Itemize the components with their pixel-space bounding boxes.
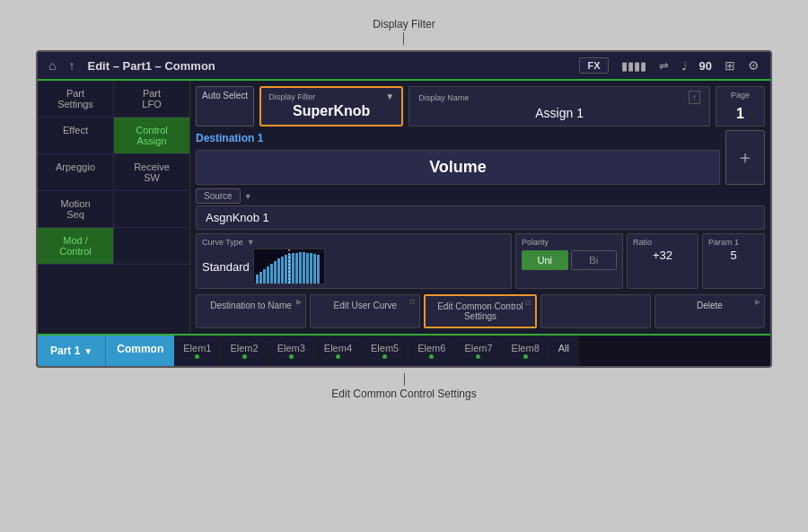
annotation-display-filter: Display Filter [373, 18, 435, 45]
auto-select-button[interactable]: Auto Select [196, 86, 254, 126]
fx-button[interactable]: FX [579, 57, 608, 74]
svg-rect-19 [317, 255, 320, 283]
tab-all[interactable]: All [549, 336, 579, 366]
edit-common-control-settings-button[interactable]: ⊡ Edit Common Control Settings [424, 294, 536, 328]
sidebar-row-mod: Mod /Control [38, 228, 189, 265]
sidebar-item-motion-seq[interactable]: MotionSeq [38, 191, 114, 227]
sidebar-item-part-settings[interactable]: PartSettings [38, 81, 114, 117]
elem6-dot [429, 354, 434, 359]
delete-button[interactable]: ▶ Delete [654, 294, 765, 328]
sidebar-row-arpeggio: Arpeggio ReceiveSW [38, 154, 189, 191]
tab-part1[interactable]: Part 1 ▼ [38, 336, 106, 366]
left-sidebar: PartSettings PartLFO Effect ControlAssig… [38, 81, 190, 334]
sidebar-row-effect: Effect ControlAssign [38, 118, 189, 154]
tab-elem7[interactable]: Elem7 [455, 336, 502, 366]
tab-elem6[interactable]: Elem6 [408, 336, 455, 366]
annotation-edit-common: Edit Common Control Settings [331, 373, 476, 400]
elem3-dot [289, 354, 294, 359]
polarity-uni-button[interactable]: Uni [522, 250, 568, 270]
elem4-dot [336, 354, 340, 359]
page-box: Page 1 [716, 86, 765, 126]
polarity-bi-button[interactable]: Bi [571, 250, 618, 270]
tab-elem5[interactable]: Elem5 [362, 336, 408, 366]
tab-elem2[interactable]: Elem2 [221, 336, 268, 366]
source-value[interactable]: AsgnKnob 1 [196, 205, 765, 230]
destination-value[interactable]: Volume [196, 150, 720, 185]
elem8-dot [523, 354, 528, 359]
display-filter-dropdown[interactable]: ▼ [385, 92, 394, 101]
param1-box: Param 1 5 [702, 233, 765, 289]
display-name-icon[interactable]: ↑ [689, 91, 700, 104]
curve-type-label: Curve Type [202, 238, 243, 247]
display-name-box: Display Name ↑ Assign 1 [408, 86, 710, 126]
back-icon[interactable]: ↑ [68, 58, 75, 73]
gear-icon[interactable]: ⚙ [748, 58, 760, 73]
tab-bar: Part 1 ▼ Common Elem1 Elem2 Elem3 Elem4 … [38, 334, 770, 366]
sidebar-item-empty [114, 228, 189, 264]
param1-value[interactable]: 5 [708, 249, 759, 262]
tab-elem1[interactable]: Elem1 [174, 336, 221, 366]
sidebar-item-arpeggio[interactable]: Arpeggio [38, 154, 114, 190]
polarity-label: Polarity [522, 238, 617, 247]
svg-rect-17 [310, 253, 312, 283]
params-row: Curve Type ▼ Standard [196, 233, 765, 289]
tab-elem3[interactable]: Elem3 [268, 336, 315, 366]
edit-user-curve-button[interactable]: ⊡ Edit User Curve [310, 294, 420, 328]
usb-icon: ⇌ [659, 59, 669, 73]
device-frame: ⌂ ↑ Edit – Part1 – Common FX ▮▮▮▮ ⇌ ♩ 90… [36, 50, 772, 368]
sidebar-item-part-lfo[interactable]: PartLFO [114, 81, 189, 117]
display-name-value: Assign 1 [418, 104, 700, 122]
ratio-label: Ratio [633, 238, 692, 247]
main-layout: PartSettings PartLFO Effect ControlAssig… [38, 81, 770, 334]
sidebar-item-hod-control[interactable] [114, 191, 189, 227]
curve-dropdown-icon[interactable]: ▼ [247, 238, 255, 247]
grid-icon[interactable]: ⊞ [725, 58, 735, 73]
top-controls: Auto Select Display Filter ▼ SuperKnob D… [196, 86, 765, 126]
destination-label: Destination 1 [196, 130, 720, 146]
sidebar-item-control-assign[interactable]: ControlAssign [114, 118, 189, 153]
display-filter-box[interactable]: Display Filter ▼ SuperKnob [259, 86, 403, 126]
svg-rect-6 [270, 264, 273, 283]
svg-rect-3 [259, 272, 262, 283]
edit-curve-icon: ⊡ [409, 298, 416, 306]
tab-elem8[interactable]: Elem8 [503, 336, 549, 366]
elem1-dot [195, 354, 199, 359]
svg-rect-15 [303, 252, 305, 283]
elem5-dot [382, 354, 387, 359]
svg-rect-7 [274, 261, 277, 283]
source-section: Source ▼ AsgnKnob 1 [196, 188, 765, 230]
svg-rect-9 [281, 257, 284, 283]
svg-rect-10 [285, 255, 287, 283]
polarity-box: Polarity Uni Bi [515, 233, 623, 289]
bars-icon: ▮▮▮▮ [621, 59, 646, 73]
page-title: Edit – Part1 – Common [87, 59, 566, 73]
top-bar: ⌂ ↑ Edit – Part1 – Common FX ▮▮▮▮ ⇌ ♩ 90… [38, 52, 770, 81]
empty-button [540, 294, 651, 328]
delete-icon: ▶ [755, 298, 760, 306]
sidebar-item-receive-sw[interactable]: ReceiveSW [114, 154, 189, 190]
dest-left: Destination 1 Volume [196, 130, 720, 185]
source-dropdown-icon[interactable]: ▼ [244, 192, 252, 201]
svg-rect-16 [306, 253, 309, 283]
svg-rect-5 [267, 266, 269, 283]
sidebar-item-effect[interactable]: Effect [38, 118, 114, 153]
svg-rect-4 [263, 269, 266, 283]
bottom-buttons: ▶ Destination to Name ⊡ Edit User Curve … [196, 294, 765, 328]
home-icon[interactable]: ⌂ [48, 58, 56, 73]
param1-label: Param 1 [708, 238, 759, 247]
source-label[interactable]: Source [196, 188, 241, 204]
sidebar-item-mod-control[interactable]: Mod /Control [38, 228, 114, 264]
svg-rect-2 [256, 275, 259, 283]
content-area: Auto Select Display Filter ▼ SuperKnob D… [190, 81, 770, 334]
ratio-box: Ratio +32 [627, 233, 698, 289]
add-button[interactable]: ＋ [725, 130, 765, 185]
elem2-dot [242, 354, 247, 359]
ratio-value[interactable]: +32 [633, 249, 692, 262]
tab-elem4[interactable]: Elem4 [315, 336, 362, 366]
destination-to-name-button[interactable]: ▶ Destination to Name [196, 294, 306, 328]
tab-common[interactable]: Common [106, 336, 174, 366]
part1-dropdown[interactable]: ▼ [83, 346, 92, 356]
sidebar-row-motion: MotionSeq [38, 191, 189, 228]
elem7-dot [476, 354, 480, 359]
destination-section: Destination 1 Volume ＋ [196, 130, 765, 185]
